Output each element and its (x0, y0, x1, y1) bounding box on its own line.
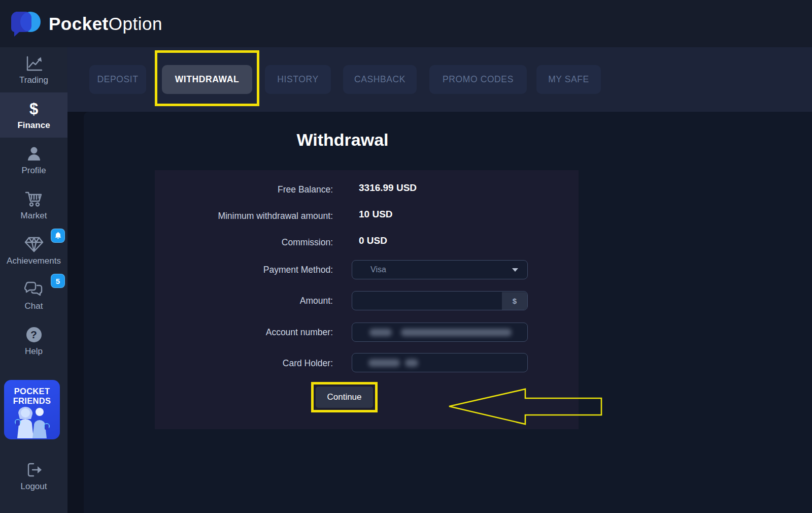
sidebar-item-label: Profile (21, 166, 46, 176)
bell-icon (54, 232, 62, 240)
sidebar-item-achievements[interactable]: Achievements (0, 228, 67, 273)
user-icon (24, 145, 44, 163)
sidebar-item-label: Chat (25, 301, 43, 311)
amount-field-wrap: $ (352, 291, 528, 310)
redacted-account-number (369, 329, 392, 336)
redacted-account-number (401, 329, 512, 336)
amount-input[interactable] (352, 292, 502, 310)
continue-button[interactable]: Continue (316, 387, 373, 408)
redacted-card-holder (368, 359, 400, 367)
question-icon: ? (24, 326, 44, 344)
chevron-down-icon (512, 268, 518, 272)
minimum-withdrawal-value: 10 USD (359, 209, 393, 220)
sidebar: Trading $ Finance Profile (0, 47, 67, 513)
sidebar-item-chat[interactable]: Chat 5 (0, 273, 67, 318)
trading-chart-icon (24, 54, 44, 73)
continue-button-highlight-box: Continue (311, 382, 378, 412)
pocket-friends-illustration-icon (10, 407, 54, 438)
cart-icon (24, 190, 44, 208)
sidebar-item-label: Help (25, 346, 43, 357)
sidebar-item-trading[interactable]: Trading (0, 47, 67, 92)
brand-light: Option (109, 14, 162, 34)
sidebar-item-help[interactable]: ? Help (0, 318, 67, 364)
card-holder-label: Card Holder: (155, 358, 333, 369)
page-title: Withdrawal (228, 130, 457, 150)
pocketoption-logo-icon (9, 8, 42, 40)
left-pointer-arrow-icon (396, 383, 609, 429)
sidebar-item-label: Market (21, 211, 47, 221)
chat-bubbles-icon (24, 280, 44, 299)
amount-label: Amount: (155, 296, 333, 306)
free-balance-label: Free Balance: (155, 184, 333, 195)
minimum-withdrawal-label: Minimum withdrawal amount: (155, 211, 333, 221)
sidebar-item-label: Finance (17, 120, 50, 131)
commission-value: 0 USD (359, 235, 387, 246)
tab-withdrawal[interactable]: WITHDRAWAL (162, 65, 252, 94)
pocketoption-finance-page: PocketOption Trading $ Finance (0, 0, 812, 513)
sidebar-item-profile[interactable]: Profile (0, 138, 67, 183)
currency-suffix: $ (502, 292, 527, 310)
free-balance-value: 3316.99 USD (359, 182, 417, 194)
tab-promo-codes[interactable]: PROMO CODES (429, 65, 527, 94)
payment-method-select[interactable]: Visa (352, 260, 528, 279)
logout-icon (24, 461, 44, 479)
brand-bold: Pocket (49, 14, 109, 34)
sidebar-item-label: Achievements (7, 256, 61, 266)
tab-history[interactable]: HISTORY (265, 65, 331, 94)
sidebar-item-label: Logout (21, 482, 47, 492)
payment-method-value: Visa (370, 265, 512, 274)
commission-label: Commission: (155, 237, 333, 248)
achievements-notification-badge[interactable] (51, 229, 65, 243)
diamond-icon (24, 235, 44, 253)
payment-method-label: Payment Method: (155, 265, 333, 275)
brand-name: PocketOption (49, 14, 162, 34)
card-holder-input[interactable] (352, 353, 528, 372)
pocket-friends-title: POCKET FRIENDS (13, 387, 51, 406)
sidebar-item-label: Trading (19, 75, 48, 85)
pocket-friends-banner[interactable]: POCKET FRIENDS (4, 380, 60, 439)
sidebar-item-logout[interactable]: Logout (0, 454, 67, 499)
tab-deposit[interactable]: DEPOSIT (89, 65, 146, 94)
tab-my-safe[interactable]: MY SAFE (536, 65, 601, 94)
withdrawal-panel: Withdrawal Free Balance: 3316.99 USD Min… (84, 112, 812, 513)
chat-unread-badge[interactable]: 5 (51, 274, 65, 288)
tab-cashback[interactable]: CASHBACK (343, 65, 417, 94)
account-number-label: Account number: (155, 327, 333, 338)
app-header: PocketOption (0, 0, 812, 47)
redacted-card-holder (405, 359, 418, 367)
sidebar-item-finance[interactable]: $ Finance (0, 92, 67, 138)
sidebar-item-market[interactable]: Market (0, 183, 67, 228)
dollar-icon: $ (24, 100, 44, 118)
account-number-input[interactable] (352, 323, 528, 342)
